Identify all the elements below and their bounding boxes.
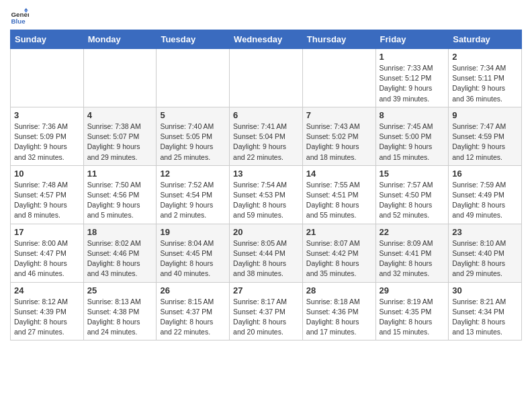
day-number: 14 (306, 169, 372, 179)
calendar-cell: 20Sunrise: 8:05 AM Sunset: 4:44 PM Dayli… (230, 224, 303, 282)
day-info: Sunrise: 7:48 AM Sunset: 4:57 PM Dayligh… (14, 180, 80, 221)
day-number: 18 (87, 227, 153, 237)
calendar-cell: 10Sunrise: 7:48 AM Sunset: 4:57 PM Dayli… (11, 165, 84, 224)
day-number: 2 (452, 52, 518, 62)
calendar-cell: 18Sunrise: 8:02 AM Sunset: 4:46 PM Dayli… (83, 224, 157, 282)
day-info: Sunrise: 8:12 AM Sunset: 4:39 PM Dayligh… (14, 297, 80, 338)
day-number: 30 (452, 285, 518, 295)
calendar-cell: 15Sunrise: 7:57 AM Sunset: 4:50 PM Dayli… (375, 165, 449, 224)
day-number: 6 (233, 110, 299, 120)
day-info: Sunrise: 8:02 AM Sunset: 4:46 PM Dayligh… (87, 238, 153, 279)
calendar-cell: 22Sunrise: 8:09 AM Sunset: 4:41 PM Dayli… (375, 224, 449, 282)
logo-icon: General Blue (10, 7, 29, 26)
day-info: Sunrise: 8:10 AM Sunset: 4:40 PM Dayligh… (452, 238, 518, 279)
calendar-cell: 6Sunrise: 7:41 AM Sunset: 5:04 PM Daylig… (230, 107, 303, 165)
day-info: Sunrise: 8:17 AM Sunset: 4:37 PM Dayligh… (233, 297, 299, 338)
day-info: Sunrise: 8:19 AM Sunset: 4:35 PM Dayligh… (380, 297, 445, 338)
day-info: Sunrise: 7:33 AM Sunset: 5:12 PM Dayligh… (380, 63, 445, 104)
calendar-cell: 13Sunrise: 7:54 AM Sunset: 4:53 PM Dayli… (230, 165, 303, 224)
header: General Blue (10, 7, 522, 26)
calendar-cell: 8Sunrise: 7:45 AM Sunset: 5:00 PM Daylig… (375, 107, 449, 165)
day-info: Sunrise: 7:38 AM Sunset: 5:07 PM Dayligh… (87, 122, 153, 163)
day-number: 22 (380, 227, 445, 237)
day-info: Sunrise: 7:52 AM Sunset: 4:54 PM Dayligh… (160, 180, 226, 221)
day-number: 8 (380, 110, 445, 120)
day-info: Sunrise: 7:59 AM Sunset: 4:49 PM Dayligh… (452, 180, 518, 221)
day-info: Sunrise: 8:05 AM Sunset: 4:44 PM Dayligh… (233, 238, 299, 279)
calendar-week-row: 24Sunrise: 8:12 AM Sunset: 4:39 PM Dayli… (11, 282, 522, 340)
calendar-cell: 23Sunrise: 8:10 AM Sunset: 4:40 PM Dayli… (449, 224, 522, 282)
day-info: Sunrise: 7:57 AM Sunset: 4:50 PM Dayligh… (380, 180, 445, 221)
day-info: Sunrise: 7:54 AM Sunset: 4:53 PM Dayligh… (233, 180, 299, 221)
calendar-cell (230, 49, 303, 107)
calendar-cell: 24Sunrise: 8:12 AM Sunset: 4:39 PM Dayli… (11, 282, 84, 340)
day-info: Sunrise: 8:04 AM Sunset: 4:45 PM Dayligh… (160, 238, 226, 279)
svg-marker-2 (24, 8, 28, 11)
weekday-header-wednesday: Wednesday (230, 30, 303, 49)
calendar-cell: 3Sunrise: 7:36 AM Sunset: 5:09 PM Daylig… (11, 107, 84, 165)
calendar-cell: 12Sunrise: 7:52 AM Sunset: 4:54 PM Dayli… (157, 165, 230, 224)
day-info: Sunrise: 7:55 AM Sunset: 4:51 PM Dayligh… (306, 180, 372, 221)
day-number: 25 (87, 285, 153, 295)
day-info: Sunrise: 7:45 AM Sunset: 5:00 PM Dayligh… (380, 122, 445, 163)
day-number: 1 (380, 52, 445, 62)
day-info: Sunrise: 8:21 AM Sunset: 4:34 PM Dayligh… (452, 297, 518, 338)
calendar-cell: 19Sunrise: 8:04 AM Sunset: 4:45 PM Dayli… (157, 224, 230, 282)
day-number: 20 (233, 227, 299, 237)
calendar-cell: 26Sunrise: 8:15 AM Sunset: 4:37 PM Dayli… (157, 282, 230, 340)
day-info: Sunrise: 8:18 AM Sunset: 4:36 PM Dayligh… (306, 297, 372, 338)
day-number: 11 (87, 169, 153, 179)
calendar-cell: 30Sunrise: 8:21 AM Sunset: 4:34 PM Dayli… (449, 282, 522, 340)
day-info: Sunrise: 7:36 AM Sunset: 5:09 PM Dayligh… (14, 122, 80, 163)
day-info: Sunrise: 8:15 AM Sunset: 4:37 PM Dayligh… (160, 297, 226, 338)
day-number: 21 (306, 227, 372, 237)
day-number: 7 (306, 110, 372, 120)
day-info: Sunrise: 8:09 AM Sunset: 4:41 PM Dayligh… (380, 238, 445, 279)
day-info: Sunrise: 7:47 AM Sunset: 4:59 PM Dayligh… (452, 122, 518, 163)
day-number: 16 (452, 169, 518, 179)
calendar-cell: 25Sunrise: 8:13 AM Sunset: 4:38 PM Dayli… (83, 282, 157, 340)
weekday-header-row: SundayMondayTuesdayWednesdayThursdayFrid… (11, 30, 522, 49)
calendar-week-row: 1Sunrise: 7:33 AM Sunset: 5:12 PM Daylig… (11, 49, 522, 107)
day-number: 15 (380, 169, 445, 179)
day-info: Sunrise: 7:50 AM Sunset: 4:56 PM Dayligh… (87, 180, 153, 221)
day-info: Sunrise: 7:40 AM Sunset: 5:05 PM Dayligh… (160, 122, 226, 163)
calendar-cell: 29Sunrise: 8:19 AM Sunset: 4:35 PM Dayli… (375, 282, 449, 340)
day-number: 12 (160, 169, 226, 179)
day-number: 23 (452, 227, 518, 237)
calendar-cell: 21Sunrise: 8:07 AM Sunset: 4:42 PM Dayli… (302, 224, 375, 282)
calendar-cell: 4Sunrise: 7:38 AM Sunset: 5:07 PM Daylig… (83, 107, 157, 165)
day-number: 28 (306, 285, 372, 295)
day-info: Sunrise: 7:41 AM Sunset: 5:04 PM Dayligh… (233, 122, 299, 163)
day-info: Sunrise: 8:07 AM Sunset: 4:42 PM Dayligh… (306, 238, 372, 279)
calendar-cell: 28Sunrise: 8:18 AM Sunset: 4:36 PM Dayli… (302, 282, 375, 340)
calendar-week-row: 3Sunrise: 7:36 AM Sunset: 5:09 PM Daylig… (11, 107, 522, 165)
calendar-cell: 7Sunrise: 7:43 AM Sunset: 5:02 PM Daylig… (302, 107, 375, 165)
calendar-cell: 16Sunrise: 7:59 AM Sunset: 4:49 PM Dayli… (449, 165, 522, 224)
day-number: 26 (160, 285, 226, 295)
day-number: 4 (87, 110, 153, 120)
day-number: 3 (14, 110, 80, 120)
day-number: 29 (380, 285, 445, 295)
calendar-cell: 17Sunrise: 8:00 AM Sunset: 4:47 PM Dayli… (11, 224, 84, 282)
day-number: 17 (14, 227, 80, 237)
day-number: 27 (233, 285, 299, 295)
calendar-cell (83, 49, 157, 107)
day-number: 19 (160, 227, 226, 237)
svg-text:Blue: Blue (11, 17, 26, 25)
weekday-header-tuesday: Tuesday (157, 30, 230, 49)
logo: General Blue (10, 7, 32, 26)
day-number: 13 (233, 169, 299, 179)
day-info: Sunrise: 7:34 AM Sunset: 5:11 PM Dayligh… (452, 63, 518, 104)
calendar-cell: 27Sunrise: 8:17 AM Sunset: 4:37 PM Dayli… (230, 282, 303, 340)
calendar-cell: 5Sunrise: 7:40 AM Sunset: 5:05 PM Daylig… (157, 107, 230, 165)
calendar-cell (302, 49, 375, 107)
weekday-header-saturday: Saturday (449, 30, 522, 49)
day-number: 24 (14, 285, 80, 295)
calendar-cell (11, 49, 84, 107)
day-info: Sunrise: 8:00 AM Sunset: 4:47 PM Dayligh… (14, 238, 80, 279)
calendar-cell: 9Sunrise: 7:47 AM Sunset: 4:59 PM Daylig… (449, 107, 522, 165)
day-info: Sunrise: 7:43 AM Sunset: 5:02 PM Dayligh… (306, 122, 372, 163)
calendar-table: SundayMondayTuesdayWednesdayThursdayFrid… (10, 30, 522, 340)
day-info: Sunrise: 8:13 AM Sunset: 4:38 PM Dayligh… (87, 297, 153, 338)
